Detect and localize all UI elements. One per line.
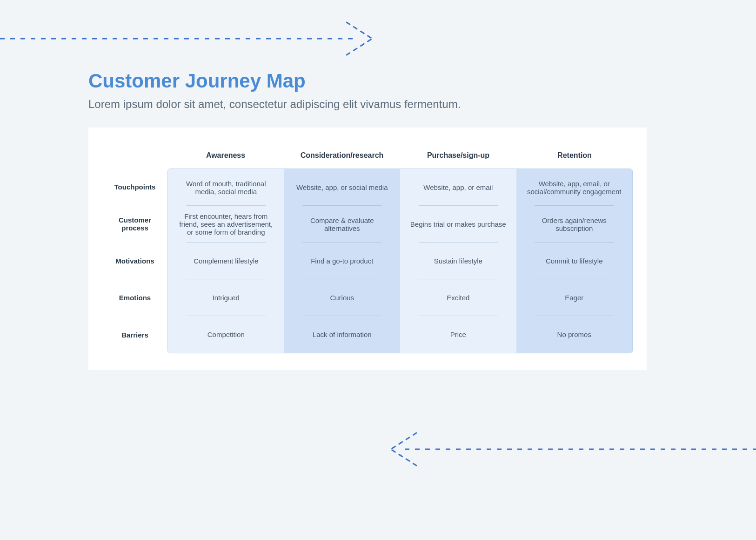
content-area: Customer Journey Map Lorem ipsum dolor s… xyxy=(88,70,661,370)
cell-barriers-purchase: Price xyxy=(400,316,516,353)
col-purchase: Purchase/sign-up xyxy=(400,142,516,169)
page-title: Customer Journey Map xyxy=(88,70,661,92)
row-motivations: Motivations xyxy=(102,243,167,279)
cell-motivations-retention: Commit to lifestyle xyxy=(516,243,633,279)
decorative-arrow-bottom xyxy=(0,428,756,470)
row-barriers: Barriers xyxy=(102,317,167,353)
cell-touchpoints-awareness: Word of mouth, traditional media, social… xyxy=(168,169,284,206)
cell-process-awareness: First encounter, hears from friend, sees… xyxy=(168,206,284,243)
row-customer-process: Customer process xyxy=(102,205,167,242)
cell-barriers-retention: No promos xyxy=(516,316,633,353)
journey-card: Awareness Consideration/research Purchas… xyxy=(88,128,647,370)
cell-emotions-consideration: Curious xyxy=(284,279,401,316)
cell-process-retention: Orders again/renews subscription xyxy=(516,206,633,243)
decorative-arrow-top xyxy=(0,18,756,60)
cell-emotions-awareness: Intrigued xyxy=(168,279,284,316)
page: Customer Journey Map Lorem ipsum dolor s… xyxy=(0,0,756,540)
cell-touchpoints-retention: Website, app, email, or social/community… xyxy=(516,169,633,206)
svg-line-4 xyxy=(391,433,416,449)
cell-barriers-consideration: Lack of information xyxy=(284,316,401,353)
page-subtitle: Lorem ipsum dolor sit amet, consectetur … xyxy=(88,98,661,111)
cell-motivations-consideration: Find a go-to product xyxy=(284,243,401,279)
cell-process-purchase: Begins trial or makes purchase xyxy=(400,206,516,243)
table-corner xyxy=(102,142,167,169)
svg-line-2 xyxy=(347,39,372,55)
cell-barriers-awareness: Competition xyxy=(168,316,284,353)
svg-line-5 xyxy=(391,449,416,466)
row-touchpoints: Touchpoints xyxy=(102,169,167,205)
cell-touchpoints-consideration: Website, app, or social media xyxy=(284,169,401,206)
journey-table: Awareness Consideration/research Purchas… xyxy=(102,142,633,353)
row-emotions: Emotions xyxy=(102,279,167,316)
cell-motivations-purchase: Sustain lifestyle xyxy=(400,243,516,279)
col-awareness: Awareness xyxy=(167,142,284,169)
cell-process-consideration: Compare & evaluate alternatives xyxy=(284,206,401,243)
col-consideration: Consideration/research xyxy=(284,142,400,169)
cell-emotions-purchase: Excited xyxy=(400,279,516,316)
col-retention: Retention xyxy=(516,142,633,169)
cell-motivations-awareness: Complement lifestyle xyxy=(168,243,284,279)
cell-touchpoints-purchase: Website, app, or email xyxy=(400,169,516,206)
cells-wrap: Word of mouth, traditional media, social… xyxy=(167,169,633,353)
svg-line-1 xyxy=(347,22,372,39)
cell-emotions-retention: Eager xyxy=(516,279,633,316)
